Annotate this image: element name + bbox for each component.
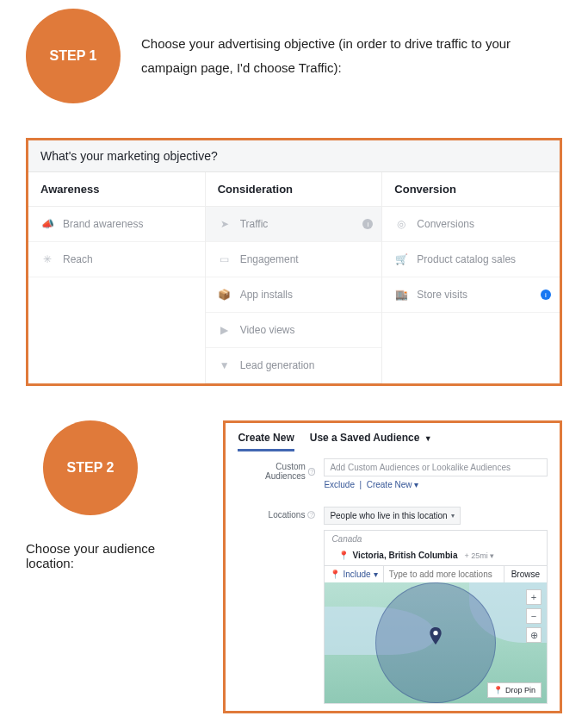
pin-icon: 📍 — [493, 686, 503, 694]
tab-create-new[interactable]: Create New — [238, 432, 294, 451]
engagement-icon: ▭ — [218, 252, 232, 266]
objective-label: Brand awareness — [63, 218, 143, 230]
compass-button[interactable]: ⊕ — [526, 627, 542, 643]
step-2-badge: STEP 2 — [43, 420, 138, 515]
drop-pin-button[interactable]: 📍 Drop Pin — [487, 682, 542, 698]
col-header-awareness: Awareness — [28, 172, 206, 207]
col-header-conversion: Conversion — [382, 172, 560, 207]
location-map[interactable]: + − ⊕ 📍 Drop Pin — [325, 582, 547, 703]
radius-dropdown[interactable]: + 25mi ▾ — [464, 551, 494, 560]
people-location-dropdown[interactable]: People who live in this location ▾ — [324, 507, 460, 525]
include-dropdown[interactable]: 📍 Include ▾ — [325, 566, 383, 582]
location-search-input[interactable] — [384, 566, 504, 582]
custom-audiences-label: Custom Audiences ? — [238, 458, 315, 481]
location-city[interactable]: 📍 Victoria, British Columbia + 25mi ▾ — [325, 547, 547, 565]
tab-saved-audience[interactable]: Use a Saved Audience ▼ — [310, 432, 432, 451]
conversion-column: ◎ Conversions 🛒 Product catalog sales 🏬 … — [382, 207, 560, 383]
objective-traffic[interactable]: ➤ Traffic i — [206, 207, 382, 242]
chevron-down-icon: ▼ — [424, 434, 432, 443]
step-2-caption: Choose your audience location: — [26, 541, 206, 570]
info-icon[interactable]: i — [362, 219, 373, 229]
megaphone-icon: 📣 — [40, 217, 54, 231]
cursor-icon: ➤ — [218, 217, 232, 231]
objective-reach[interactable]: ✳ Reach — [28, 242, 205, 277]
objective-product-catalog[interactable]: 🛒 Product catalog sales — [382, 242, 560, 277]
objective-lead-generation[interactable]: ▼ Lead generation — [206, 348, 382, 383]
chevron-down-icon: ▾ — [374, 570, 378, 579]
exclude-link[interactable]: Exclude — [324, 480, 355, 489]
objective-brand-awareness[interactable]: 📣 Brand awareness — [28, 207, 205, 242]
zoom-in-button[interactable]: + — [526, 589, 542, 605]
location-country: Canada — [325, 531, 547, 547]
chevron-down-icon: ▾ — [414, 480, 418, 489]
objective-label: Store visits — [417, 289, 467, 301]
audience-panel: Create New Use a Saved Audience ▼ Custom… — [223, 420, 562, 713]
chevron-down-icon: ▾ — [451, 512, 455, 520]
create-new-link[interactable]: Create New ▾ — [367, 480, 419, 489]
conversions-icon: ◎ — [394, 217, 408, 231]
objective-label: App installs — [240, 289, 293, 301]
reach-icon: ✳ — [40, 252, 54, 266]
objective-label: Video views — [240, 324, 295, 336]
zoom-out-button[interactable]: − — [526, 608, 542, 624]
pin-icon: 📍 — [338, 551, 349, 560]
objectives-header: What's your marketing objective? — [28, 140, 560, 172]
svg-point-0 — [434, 631, 438, 635]
funnel-icon: ▼ — [218, 358, 232, 372]
objective-label: Reach — [63, 253, 93, 265]
help-icon[interactable]: ? — [307, 511, 315, 519]
objective-conversions[interactable]: ◎ Conversions — [382, 207, 560, 242]
objective-store-visits[interactable]: 🏬 Store visits i — [382, 277, 560, 313]
video-icon: ▶ — [218, 323, 232, 337]
objective-engagement[interactable]: ▭ Engagement — [206, 242, 382, 277]
objective-label: Product catalog sales — [417, 253, 516, 265]
objectives-panel: What's your marketing objective? Awarene… — [26, 138, 562, 386]
browse-button[interactable]: Browse — [504, 566, 547, 582]
info-icon[interactable]: i — [541, 290, 551, 300]
tab-label: Use a Saved Audience — [310, 432, 420, 444]
objective-label: Traffic — [240, 218, 269, 230]
col-header-consideration: Consideration — [206, 172, 383, 207]
custom-audiences-input[interactable]: Add Custom Audiences or Lookalike Audien… — [324, 458, 548, 476]
map-pin-icon[interactable] — [429, 627, 443, 644]
objective-video-views[interactable]: ▶ Video views — [206, 313, 382, 348]
location-box: Canada 📍 Victoria, British Columbia + 25… — [324, 530, 548, 704]
locations-label: Locations ? — [238, 507, 315, 520]
objective-label: Conversions — [417, 218, 474, 230]
help-icon[interactable]: ? — [308, 468, 316, 476]
step-1-badge: STEP 1 — [26, 9, 121, 103]
objective-app-installs[interactable]: 📦 App installs — [206, 277, 382, 313]
step-1-text: Choose your advertising objective (in or… — [141, 32, 562, 81]
step-1-header: STEP 1 Choose your advertising objective… — [0, 0, 588, 121]
box-icon: 📦 — [218, 288, 232, 302]
objective-label: Lead generation — [240, 359, 315, 371]
store-icon: 🏬 — [394, 288, 408, 302]
objective-label: Engagement — [240, 253, 299, 265]
consideration-column: ➤ Traffic i ▭ Engagement 📦 App installs … — [206, 207, 383, 383]
cart-icon: 🛒 — [394, 252, 408, 266]
awareness-column: 📣 Brand awareness ✳ Reach — [28, 207, 206, 383]
pin-icon: 📍 — [330, 570, 340, 579]
